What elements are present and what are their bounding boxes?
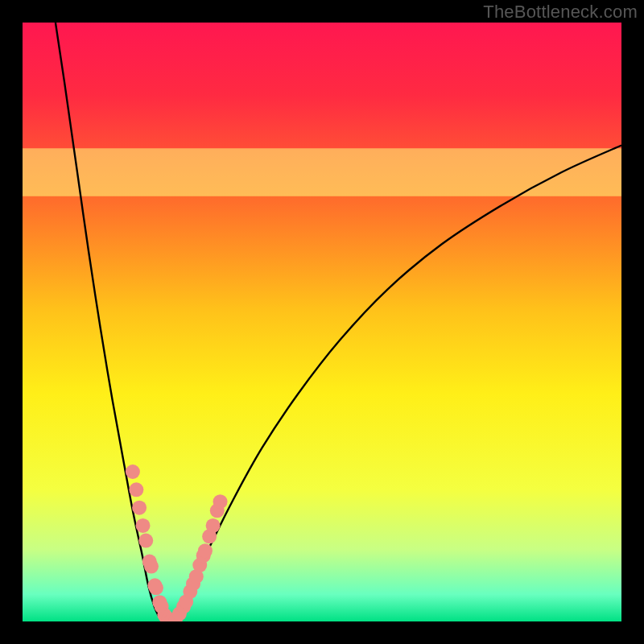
data-marker (126, 464, 140, 479)
data-marker (198, 543, 213, 558)
data-marker (213, 494, 228, 509)
watermark-text: TheBottleneck.com (483, 2, 638, 23)
data-marker (132, 501, 147, 515)
data-marker (129, 482, 143, 497)
chart-frame (23, 23, 621, 621)
data-marker (206, 518, 221, 533)
gradient-background (23, 23, 621, 621)
bottleneck-chart (23, 23, 621, 621)
data-marker (144, 559, 159, 574)
data-marker (149, 580, 163, 595)
data-marker (136, 518, 151, 533)
data-marker (138, 534, 153, 548)
